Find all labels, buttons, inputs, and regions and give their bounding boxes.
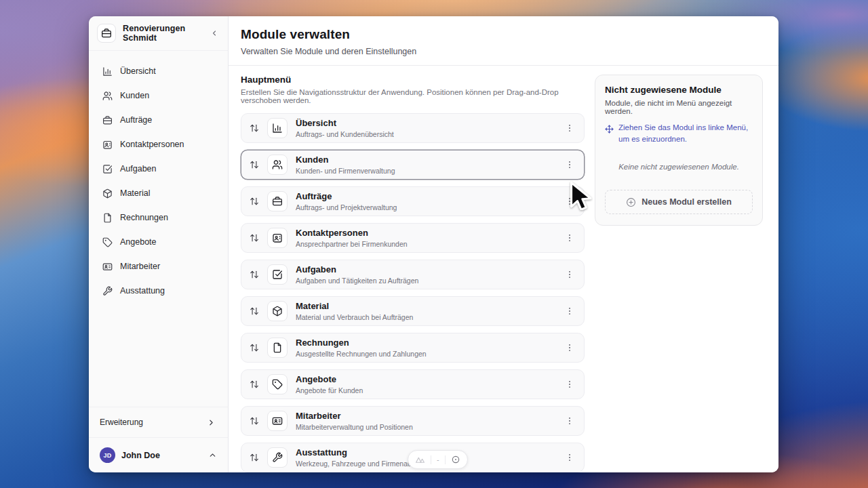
drag-handle-icon[interactable] — [248, 453, 261, 462]
module-text: Material Material und Verbrauch bei Auft… — [294, 301, 556, 321]
module-description: Mitarbeiterverwaltung und Positionen — [296, 423, 556, 431]
module-icon-box — [267, 374, 288, 394]
module-icon-box — [267, 191, 288, 211]
module-row[interactable]: Kunden Kunden- und Firmenverwaltung — [241, 150, 585, 180]
module-row[interactable]: Material Material und Verbrauch bei Auft… — [241, 296, 585, 326]
sidebar: Renovierungen Schmidt Übersicht Kunden A… — [89, 16, 229, 472]
module-menu-button[interactable] — [562, 157, 577, 172]
module-row[interactable]: Angebote Angebote für Kunden — [241, 369, 585, 399]
unassigned-modules-panel: Nicht zugewiesene Module Module, die nic… — [595, 75, 763, 226]
module-text: Übersicht Auftrags- und Kundenübersicht — [294, 118, 556, 138]
module-title: Aufträge — [296, 191, 556, 201]
nav-icon — [102, 115, 113, 125]
module-text: Mitarbeiter Mitarbeiterverwaltung und Po… — [294, 411, 556, 431]
sidebar-item-label: Kontaktpersonen — [120, 140, 184, 149]
create-module-label: Neues Modul erstellen — [642, 197, 732, 207]
workspace-header: Renovierungen Schmidt — [89, 16, 228, 51]
module-description: Ausgestellte Rechnungen und Zahlungen — [296, 350, 556, 358]
panel-description: Module, die nicht im Menü angezeigt werd… — [605, 99, 753, 115]
module-row[interactable]: Übersicht Auftrags- und Kundenübersicht — [241, 113, 585, 143]
sidebar-item-auftr-ge[interactable]: Aufträge — [97, 109, 220, 131]
sidebar-item--bersicht[interactable]: Übersicht — [97, 60, 220, 82]
drag-handle-icon[interactable] — [248, 343, 261, 352]
module-text: Kunden Kunden- und Firmenverwaltung — [294, 155, 556, 175]
floating-mini-toolbar[interactable]: - — [408, 450, 468, 469]
target-icon[interactable] — [451, 455, 460, 464]
module-menu-button[interactable] — [562, 413, 577, 428]
module-menu-button[interactable] — [562, 267, 577, 282]
drag-handle-icon[interactable] — [248, 306, 261, 316]
drag-handle-icon[interactable] — [248, 160, 261, 169]
module-title: Übersicht — [296, 118, 556, 128]
sidebar-item-label: Ausstattung — [120, 286, 165, 296]
nav-icon — [102, 237, 113, 247]
nav-icon — [102, 286, 113, 296]
module-menu-button[interactable] — [562, 340, 577, 355]
chevron-up-icon — [208, 451, 217, 460]
module-menu-button[interactable] — [562, 377, 577, 392]
module-icon-box — [267, 301, 288, 321]
sidebar-item-ausstattung[interactable]: Ausstattung — [97, 280, 220, 302]
module-title: Angebote — [296, 374, 556, 384]
chevron-right-icon — [207, 418, 216, 427]
module-menu-button[interactable] — [562, 450, 577, 465]
mountains-icon[interactable] — [415, 455, 425, 465]
sidebar-item-mitarbeiter[interactable]: Mitarbeiter — [97, 256, 220, 277]
contact-icon — [102, 140, 113, 150]
drag-handle-icon[interactable] — [248, 380, 261, 389]
module-row[interactable]: Rechnungen Ausgestellte Rechnungen und Z… — [241, 333, 585, 363]
kebab-icon — [565, 233, 574, 243]
create-module-button[interactable]: Neues Modul erstellen — [605, 190, 753, 214]
module-menu-button[interactable] — [562, 194, 577, 209]
drag-handle-icon[interactable] — [248, 233, 261, 243]
sidebar-item-label: Übersicht — [120, 66, 156, 76]
module-icon-box — [267, 447, 288, 468]
id-card-icon — [272, 415, 283, 426]
module-icon-box — [267, 264, 288, 285]
sidebar-item-kontaktpersonen[interactable]: Kontaktpersonen — [97, 134, 220, 155]
module-row[interactable]: Mitarbeiter Mitarbeiterverwaltung und Po… — [241, 406, 585, 436]
module-description: Angebote für Kunden — [296, 386, 556, 394]
module-menu-button[interactable] — [562, 121, 577, 136]
minus-label[interactable]: - — [437, 456, 439, 464]
drag-handle-icon[interactable] — [248, 197, 261, 206]
sidebar-item-label: Material — [120, 188, 150, 198]
wrench-icon — [102, 286, 113, 296]
module-row[interactable]: Kontaktpersonen Ansprechpartner bei Firm… — [241, 223, 585, 253]
module-description: Aufgaben und Tätigkeiten zu Aufträgen — [296, 277, 556, 285]
kebab-icon — [565, 343, 574, 352]
module-menu-button[interactable] — [562, 230, 577, 245]
sidebar-item-label: Rechnungen — [120, 213, 168, 222]
sidebar-item-aufgaben[interactable]: Aufgaben — [97, 158, 220, 180]
module-description: Auftrags- und Projektverwaltung — [296, 203, 556, 211]
sidebar-item-angebote[interactable]: Angebote — [97, 231, 220, 253]
module-icon-box — [267, 228, 288, 248]
briefcase-icon — [272, 196, 283, 207]
section-title: Hauptmenü — [241, 75, 585, 85]
sidebar-item-material[interactable]: Material — [97, 182, 220, 204]
nav-icon — [102, 262, 113, 272]
sidebar-item-label: Mitarbeiter — [120, 262, 160, 271]
sidebar-collapse-button[interactable] — [209, 28, 220, 39]
drag-handle-icon[interactable] — [248, 123, 261, 133]
module-text: Kontaktpersonen Ansprechpartner bei Firm… — [294, 228, 556, 248]
kebab-icon — [565, 160, 574, 169]
chart-icon — [102, 66, 113, 77]
module-icon-box — [267, 338, 288, 358]
drag-hint-text: Ziehen Sie das Modul ins linke Menü, um … — [618, 122, 753, 144]
module-row[interactable]: Aufträge Auftrags- und Projektverwaltung — [241, 186, 585, 216]
sidebar-item-rechnungen[interactable]: Rechnungen — [97, 207, 220, 228]
drag-handle-icon[interactable] — [248, 416, 261, 426]
nav-icon — [102, 140, 113, 150]
nav-icon — [102, 188, 113, 199]
contact-icon — [272, 232, 283, 243]
sidebar-item-erweiterung[interactable]: Erweiterung — [89, 407, 228, 437]
module-menu-button[interactable] — [562, 304, 577, 319]
sidebar-item-kunden[interactable]: Kunden — [97, 85, 220, 106]
drag-handle-icon[interactable] — [248, 270, 261, 279]
module-row[interactable]: Aufgaben Aufgaben und Tätigkeiten zu Auf… — [241, 260, 585, 289]
content: Hauptmenü Erstellen Sie die Navigationss… — [229, 66, 778, 472]
user-menu[interactable]: JD John Doe — [89, 437, 228, 472]
sidebar-nav: Übersicht Kunden Aufträge Kontaktpersone… — [89, 51, 228, 307]
package-icon — [102, 188, 113, 199]
